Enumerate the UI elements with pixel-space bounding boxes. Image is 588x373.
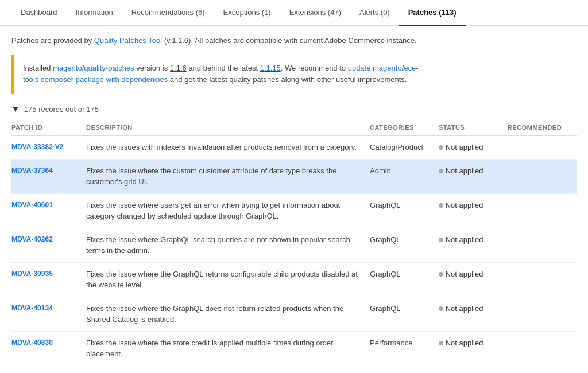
patch-status: Not applied	[439, 193, 508, 228]
nav-tab-patches[interactable]: Patches (113)	[399, 0, 466, 26]
nav-tab-recommendations[interactable]: Recommendations (6)	[122, 0, 214, 26]
nav-tab-extensions[interactable]: Extensions (47)	[280, 0, 350, 26]
table-row[interactable]: MDVA-39935Fixes the issue where the Grap…	[11, 262, 577, 297]
status-dot	[439, 272, 443, 277]
col-header-recommended: RECOMMENDED	[508, 119, 577, 136]
version-current: 1.1.6	[170, 64, 187, 72]
patch-description: Fixes the issues with indexers invalidat…	[86, 136, 370, 160]
intro-after-link: (v.1.1.6). All patches are compatible wi…	[162, 36, 416, 45]
warning-box: Installed magento/quality-patches versio…	[11, 55, 436, 95]
status-dot	[439, 145, 443, 150]
patch-id: MDVA-40830	[11, 331, 86, 366]
nav-tab-dashboard[interactable]: Dashboard	[11, 0, 67, 26]
patch-id: MDVA-40601	[11, 193, 86, 228]
version-latest-link[interactable]: 1.1.15	[260, 64, 281, 72]
table-row[interactable]: MDVA-40134Fixes the issue where the Grap…	[11, 297, 577, 331]
patch-recommended	[508, 136, 577, 160]
patch-category: Catalog/Product	[370, 136, 439, 160]
intro-text: Patches are provided by Quality Patches …	[11, 35, 577, 46]
warning-text2: version is	[134, 64, 170, 72]
table-row[interactable]: MDVA-40601Fixes the issue where users ge…	[11, 193, 577, 228]
warning-text3: and behind the latest	[187, 64, 260, 72]
main-content: Patches are provided by Quality Patches …	[0, 26, 588, 373]
patch-table-wrapper[interactable]: PATCH ID ↓ DESCRIPTION CATEGORIES STATUS…	[11, 119, 577, 366]
patch-status: Not applied	[439, 228, 508, 262]
patch-category: GraphQL	[370, 193, 439, 228]
filter-row: ▼ 175 records out of 175	[11, 104, 577, 114]
patch-recommended	[508, 193, 577, 228]
patch-status: Not applied	[439, 159, 508, 193]
patch-id: MDVA-33382-V2	[11, 136, 86, 160]
quality-patches-tool-link[interactable]: Quality Patches Tool	[94, 36, 162, 45]
patch-description: Fixes the issue where the GraphQL return…	[86, 262, 370, 297]
filter-icon: ▼	[11, 104, 20, 114]
patch-id: MDVA-40134	[11, 297, 86, 331]
col-header-patchid[interactable]: PATCH ID ↓	[11, 119, 86, 136]
status-text: Not applied	[446, 339, 483, 347]
patch-recommended	[508, 159, 577, 193]
status-dot	[439, 238, 443, 242]
patch-recommended	[508, 331, 577, 366]
patch-category: GraphQL	[370, 228, 439, 262]
intro-before-link: Patches are provided by	[11, 36, 94, 45]
status-text: Not applied	[446, 235, 483, 244]
patch-recommended	[508, 228, 577, 262]
table-body: MDVA-33382-V2Fixes the issues with index…	[11, 136, 577, 366]
status-text: Not applied	[446, 270, 483, 278]
warning-text1: Installed	[23, 64, 53, 72]
patch-recommended	[508, 262, 577, 297]
patch-description: Fixes the issue where GraphQL search que…	[86, 228, 370, 262]
nav-tab-alerts[interactable]: Alerts (0)	[350, 0, 399, 26]
patch-table: PATCH ID ↓ DESCRIPTION CATEGORIES STATUS…	[11, 119, 577, 366]
patch-description: Fixes the issue where the custom custome…	[86, 159, 370, 193]
patch-status: Not applied	[439, 262, 508, 297]
magento-quality-patches-link[interactable]: magento/quality-patches	[53, 64, 134, 72]
nav-tabs: DashboardInformationRecommendations (6)E…	[0, 0, 588, 26]
warning-text5: and get the latest quality patches along…	[168, 75, 407, 84]
nav-tab-information[interactable]: Information	[67, 0, 122, 26]
status-text: Not applied	[446, 201, 483, 209]
patch-description: Fixes the issue where the store credit i…	[86, 331, 370, 366]
warning-text4: . We recommend to	[281, 64, 348, 72]
patch-id: MDVA-39935	[11, 262, 86, 297]
filter-count: 175 records out of 175	[24, 105, 99, 114]
table-row[interactable]: MDVA-40830Fixes the issue where the stor…	[11, 331, 577, 366]
col-header-categories: CATEGORIES	[370, 119, 439, 136]
status-dot	[439, 306, 443, 311]
patch-description: Fixes the issue where the GraphQL does n…	[86, 297, 370, 331]
patch-recommended	[508, 297, 577, 331]
status-dot	[439, 203, 443, 208]
col-header-status: STATUS	[439, 119, 508, 136]
patch-category: GraphQL	[370, 297, 439, 331]
nav-tab-exceptions[interactable]: Exceptions (1)	[214, 0, 280, 26]
patch-status: Not applied	[439, 297, 508, 331]
sort-icon: ↓	[47, 125, 50, 131]
patch-id: MDVA-37364	[11, 159, 86, 193]
status-text: Not applied	[446, 166, 483, 175]
table-row[interactable]: MDVA-37364Fixes the issue where the cust…	[11, 159, 577, 193]
status-text: Not applied	[446, 143, 483, 151]
patch-id: MDVA-40262	[11, 228, 86, 262]
status-text: Not applied	[446, 304, 483, 313]
patch-status: Not applied	[439, 136, 508, 160]
table-row[interactable]: MDVA-33382-V2Fixes the issues with index…	[11, 136, 577, 160]
patch-category: GraphQL	[370, 262, 439, 297]
patch-status: Not applied	[439, 331, 508, 366]
status-dot	[439, 341, 443, 345]
patch-category: Admin	[370, 159, 439, 193]
table-header: PATCH ID ↓ DESCRIPTION CATEGORIES STATUS…	[11, 119, 577, 136]
patch-description: Fixes the issue where users get an error…	[86, 193, 370, 228]
patch-category: Performance	[370, 331, 439, 366]
status-dot	[439, 169, 443, 173]
table-row[interactable]: MDVA-40262Fixes the issue where GraphQL …	[11, 228, 577, 262]
col-header-description: DESCRIPTION	[86, 119, 370, 136]
